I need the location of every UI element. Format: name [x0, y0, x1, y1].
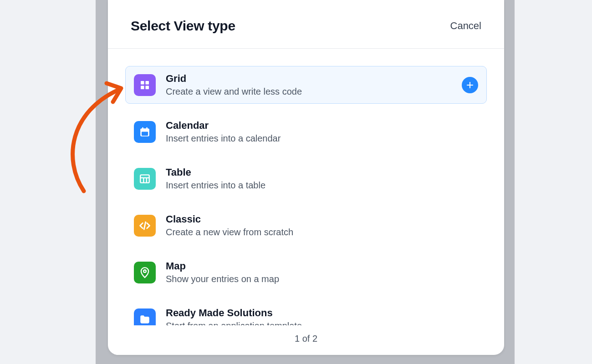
option-title: Ready Made Solutions	[166, 307, 478, 319]
option-grid[interactable]: Grid Create a view and write less code	[125, 66, 487, 104]
code-icon	[134, 215, 156, 237]
svg-rect-2	[141, 86, 144, 89]
option-table[interactable]: Table Insert entries into a table	[125, 160, 487, 197]
option-desc: Insert entries into a calendar	[166, 133, 478, 144]
calendar-icon	[134, 121, 156, 143]
folder-icon	[134, 308, 156, 326]
option-text: Classic Create a new view from scratch	[166, 213, 478, 238]
option-classic[interactable]: Classic Create a new view from scratch	[125, 207, 487, 244]
svg-rect-1	[146, 81, 149, 85]
pagination-label: 1 of 2	[108, 325, 504, 355]
svg-rect-3	[146, 86, 149, 89]
option-title: Grid	[166, 73, 452, 85]
svg-line-13	[144, 222, 146, 229]
option-desc: Create a new view from scratch	[166, 227, 478, 238]
option-desc: Create a view and write less code	[166, 86, 452, 97]
option-desc: Insert entries into a table	[166, 180, 478, 191]
option-title: Classic	[166, 213, 478, 225]
option-map[interactable]: Map Show your entries on a map	[125, 253, 487, 291]
svg-rect-5	[140, 128, 149, 131]
plus-icon	[466, 81, 474, 89]
option-text: Calendar Insert entries into a calendar	[166, 120, 478, 144]
cancel-button[interactable]: Cancel	[450, 20, 481, 32]
option-title: Map	[166, 260, 478, 272]
option-title: Calendar	[166, 120, 478, 131]
grid-icon	[134, 74, 156, 96]
option-ready-made-solutions[interactable]: Ready Made Solutions Start from an appli…	[125, 300, 487, 325]
pin-icon	[134, 262, 156, 283]
svg-rect-6	[142, 131, 148, 136]
option-text: Ready Made Solutions Start from an appli…	[166, 307, 478, 325]
option-text: Grid Create a view and write less code	[166, 73, 452, 97]
svg-rect-0	[141, 81, 144, 85]
option-text: Map Show your entries on a map	[166, 260, 478, 284]
select-view-type-modal: Select View type Cancel Grid Create a vi…	[108, 0, 504, 355]
svg-rect-7	[142, 127, 143, 129]
table-icon	[134, 168, 156, 190]
modal-title: Select View type	[131, 18, 235, 34]
svg-point-14	[143, 270, 146, 273]
view-type-list: Grid Create a view and write less code	[108, 49, 504, 325]
option-title: Table	[166, 167, 478, 178]
svg-rect-8	[146, 127, 148, 129]
option-text: Table Insert entries into a table	[166, 167, 478, 191]
svg-rect-9	[140, 175, 149, 182]
add-button[interactable]	[462, 77, 478, 93]
option-desc: Show your entries on a map	[166, 274, 478, 284]
option-desc: Start from an application template	[166, 321, 478, 325]
option-calendar[interactable]: Calendar Insert entries into a calendar	[125, 113, 487, 151]
modal-header: Select View type Cancel	[108, 0, 504, 49]
